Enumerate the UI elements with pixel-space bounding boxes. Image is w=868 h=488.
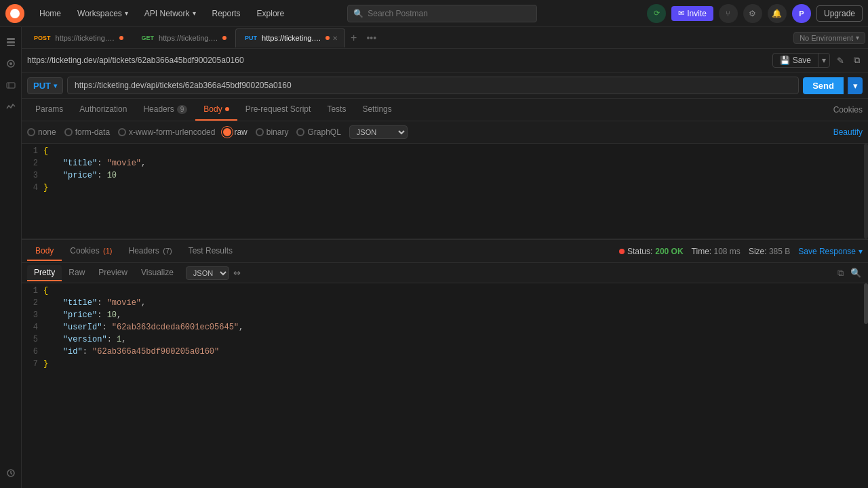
body-modified-dot <box>225 107 229 111</box>
app-logo[interactable] <box>5 4 24 23</box>
resp-sub-tab-raw[interactable]: Raw <box>62 265 92 281</box>
edit-icon[interactable]: ✎ <box>834 54 847 67</box>
git-icon[interactable]: ⑂ <box>719 4 738 23</box>
json-format-select[interactable]: JSON Text JavaScript HTML XML <box>349 125 408 139</box>
request-body-editor[interactable]: 1 { 2 "title": "movie", 3 "price": 10 4 … <box>22 144 868 239</box>
resp-tab-body[interactable]: Body <box>27 242 62 261</box>
tab-url-put: https://ticketing.dev/a... <box>262 34 323 42</box>
save-dropdown-button[interactable]: ▾ <box>818 54 829 67</box>
tab-post[interactable]: POST https://ticketing.dev/... <box>24 28 131 47</box>
tab-more-button[interactable]: ••• <box>362 33 380 43</box>
wrap-icon[interactable]: ⇔ <box>233 268 241 278</box>
response-time: 108 ms <box>714 247 741 256</box>
nav-home[interactable]: Home <box>33 6 68 21</box>
response-section: Body Cookies (1) Headers (7) Test Result… <box>22 239 868 388</box>
settings-icon[interactable]: ⚙ <box>743 4 762 23</box>
editor-scrollbar[interactable] <box>864 144 868 239</box>
status-value: 200 OK <box>655 247 683 256</box>
response-tabs-bar: Body Cookies (1) Headers (7) Test Result… <box>22 240 868 263</box>
tab-get[interactable]: GET https://ticketing.dev/a... <box>132 28 235 47</box>
tab-put[interactable]: PUT https://ticketing.dev/a... ✕ <box>235 28 345 47</box>
body-type-formdata[interactable]: form-data <box>64 127 110 137</box>
resp-line-6: 6 "id": "62ab366a45bdf900205a0160" <box>22 347 868 359</box>
copy-response-icon[interactable]: ⧉ <box>836 266 845 280</box>
notifications-icon[interactable]: 🔔 <box>768 4 787 23</box>
tab-method-get: GET <box>140 34 157 42</box>
sidebar-mock-icon[interactable] <box>1 76 20 95</box>
tab-tests[interactable]: Tests <box>319 99 354 121</box>
nav-api-network[interactable]: API Network ▾ <box>138 6 203 21</box>
tab-authorization[interactable]: Authorization <box>71 99 135 121</box>
resp-tab-cookies[interactable]: Cookies (1) <box>62 242 120 261</box>
cookies-button[interactable]: Cookies <box>833 105 863 115</box>
beautify-button[interactable]: Beautify <box>833 127 863 137</box>
svg-rect-0 <box>7 38 15 40</box>
tab-url-post: https://ticketing.dev/... <box>56 34 117 42</box>
response-size: 385 B <box>769 247 790 256</box>
body-type-none[interactable]: none <box>27 127 56 137</box>
env-selector[interactable]: No Environment ▾ <box>793 32 865 44</box>
cookies-count-badge: (1) <box>103 247 112 255</box>
url-input[interactable] <box>67 77 799 94</box>
tab-headers[interactable]: Headers 9 <box>135 99 195 121</box>
tab-add-button[interactable]: + <box>347 32 361 44</box>
navbar: Home Workspaces ▾ API Network ▾ Reports … <box>0 0 868 27</box>
nav-explore[interactable]: Explore <box>250 6 292 21</box>
resp-tab-headers[interactable]: Headers (7) <box>121 242 180 261</box>
search-response-icon[interactable]: 🔍 <box>849 266 863 280</box>
tab-url-get: https://ticketing.dev/a... <box>159 34 220 42</box>
headers-badge: 9 <box>177 105 188 114</box>
request-bar: PUT ▾ Send ▾ <box>22 73 868 99</box>
sidebar-collections-icon[interactable] <box>1 33 20 52</box>
nav-workspaces[interactable]: Workspaces ▾ <box>71 6 135 21</box>
sync-status-icon[interactable]: ⟳ <box>647 4 666 23</box>
resp-sub-tab-preview[interactable]: Preview <box>92 265 134 281</box>
chevron-down-icon: ▾ <box>859 247 863 256</box>
tab-method-post: POST <box>32 34 53 42</box>
response-action-icons: ⧉ 🔍 <box>836 266 863 280</box>
response-json-format[interactable]: JSON Text HTML <box>186 266 229 280</box>
method-selector[interactable]: PUT ▾ <box>27 77 63 94</box>
tab-prerequest[interactable]: Pre-request Script <box>237 99 319 121</box>
tab-params[interactable]: Params <box>27 99 71 121</box>
sidebar-monitors-icon[interactable] <box>1 98 20 117</box>
body-type-selector: none form-data x-www-form-urlencoded raw… <box>22 121 868 144</box>
sidebar-history-icon[interactable] <box>1 464 20 483</box>
invite-button[interactable]: ✉ Invite <box>671 6 713 21</box>
tab-body[interactable]: Body <box>195 99 237 121</box>
tab-settings[interactable]: Settings <box>354 99 399 121</box>
upgrade-button[interactable]: Upgrade <box>816 5 863 22</box>
resp-scrollbar[interactable] <box>864 283 868 324</box>
status-dot <box>619 249 625 254</box>
sidebar-environments-icon[interactable] <box>1 54 20 73</box>
nav-reports[interactable]: Reports <box>205 6 248 21</box>
tab-dot-put <box>326 36 330 40</box>
search-bar[interactable]: 🔍 <box>347 5 537 22</box>
code-line-3: 3 "price": 10 <box>22 171 868 183</box>
save-icon: 💾 <box>780 56 790 65</box>
copy-icon[interactable]: ⧉ <box>851 54 863 67</box>
radio-raw <box>223 128 231 136</box>
tab-close-put[interactable]: ✕ <box>332 35 338 42</box>
body-type-urlencoded[interactable]: x-www-form-urlencoded <box>118 127 215 137</box>
resp-tab-testresults[interactable]: Test Results <box>180 242 241 261</box>
left-sidebar <box>0 27 22 488</box>
send-dropdown-button[interactable]: ▾ <box>848 77 863 94</box>
tabs-bar: POST https://ticketing.dev/... GET https… <box>22 27 868 49</box>
body-type-binary[interactable]: binary <box>256 127 289 137</box>
main-content: POST https://ticketing.dev/... GET https… <box>22 27 868 488</box>
search-input[interactable] <box>368 9 531 18</box>
body-type-raw[interactable]: raw <box>223 127 247 137</box>
response-body[interactable]: 1 { 2 "title": "movie", 3 "price": 10, 4… <box>22 283 868 388</box>
avatar[interactable]: P <box>792 4 811 23</box>
save-response-button[interactable]: Save Response ▾ <box>798 247 863 256</box>
radio-binary <box>256 128 264 136</box>
nav-right: ⟳ ✉ Invite ⑂ ⚙ 🔔 P Upgrade <box>647 4 863 23</box>
resp-sub-tab-visualize[interactable]: Visualize <box>134 265 180 281</box>
save-button[interactable]: 💾 Save <box>773 54 818 67</box>
send-button[interactable]: Send <box>803 77 844 94</box>
resp-line-2: 2 "title": "movie", <box>22 298 868 310</box>
headers-count-badge: (7) <box>163 247 172 255</box>
body-type-graphql[interactable]: GraphQL <box>296 127 340 137</box>
resp-sub-tab-pretty[interactable]: Pretty <box>27 265 62 281</box>
